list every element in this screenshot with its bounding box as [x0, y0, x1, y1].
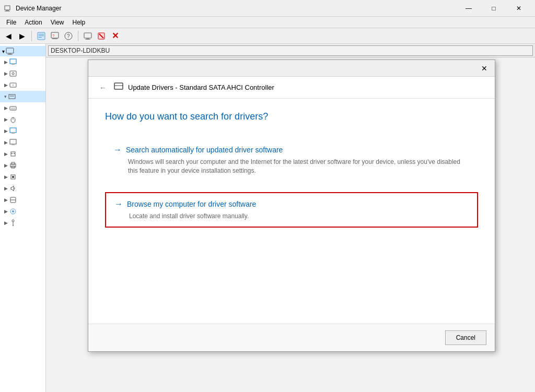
svg-rect-8 [52, 38, 57, 39]
svg-point-39 [14, 153, 15, 154]
tree-item-system[interactable]: ▶ [0, 206, 45, 217]
option-auto-description: Windows will search your computer and th… [128, 158, 470, 175]
option-auto-arrow: → [113, 145, 122, 155]
dialog-titlebar: ✕ [88, 60, 495, 77]
menu-bar: File Action View Help [0, 17, 535, 28]
maximize-button[interactable]: □ [482, 1, 506, 16]
option-auto-search[interactable]: → Search automatically for updated drive… [105, 139, 478, 182]
forward-button[interactable]: ▶ [16, 30, 28, 42]
svg-marker-45 [11, 186, 14, 191]
tree-item-printer[interactable]: ▶ [0, 160, 45, 171]
svg-rect-53 [114, 83, 123, 89]
tree-item-display[interactable]: ▶ [0, 56, 45, 68]
update-button[interactable]: ? [49, 30, 61, 42]
modal-overlay: ✕ ← Update Drivers - Standard SATA AHCI … [46, 44, 535, 392]
option-browse-arrow: → [114, 199, 123, 209]
toolbar-separator-1 [31, 31, 32, 41]
disk-icon [9, 69, 17, 78]
display-icon [9, 58, 17, 66]
menu-action[interactable]: Action [20, 18, 46, 27]
device-tree: ▾ ▶ ▶ ▶ ▾ [0, 44, 46, 392]
svg-text:?: ? [52, 33, 55, 38]
ide-icon [8, 92, 16, 101]
dialog-back-button[interactable]: ← [97, 81, 109, 94]
expand-arrow: ▶ [4, 60, 8, 65]
tree-item-monitor[interactable]: ▶ [0, 125, 45, 137]
expand-arrow: ▶ [4, 174, 8, 180]
svg-rect-19 [7, 54, 13, 55]
network-icon [9, 138, 17, 147]
dialog-question: How do you want to search for drivers? [105, 111, 478, 122]
svg-rect-28 [10, 106, 16, 110]
keyboard-icon [9, 104, 17, 112]
tree-item-processor[interactable]: ▶ [0, 171, 45, 183]
svg-rect-37 [11, 152, 15, 156]
tree-item-network[interactable]: ▶ [0, 137, 45, 148]
mouse-icon [9, 115, 17, 124]
menu-view[interactable]: View [46, 18, 68, 27]
minimize-button[interactable]: — [457, 1, 481, 16]
uninstall-button[interactable] [95, 30, 108, 42]
expand-arrow: ▶ [4, 105, 8, 111]
expand-arrow: ▶ [4, 140, 8, 145]
title-bar: Device Manager — □ ✕ [0, 0, 535, 17]
svg-rect-1 [6, 10, 9, 11]
svg-point-38 [11, 153, 13, 154]
toolbar: ◀ ▶ ? ? ✕ [0, 28, 535, 44]
svg-rect-34 [11, 133, 15, 134]
svg-rect-0 [5, 6, 10, 10]
tree-item-keyboard[interactable]: ▶ [0, 102, 45, 114]
processor-icon [9, 173, 17, 181]
dialog-header-title: Update Drivers - Standard SATA AHCI Cont… [128, 84, 274, 91]
main-area: ▾ ▶ ▶ ▶ ▾ [0, 44, 535, 392]
storage-icon [9, 196, 17, 204]
window-title: Device Manager [16, 5, 457, 12]
svg-rect-22 [10, 71, 16, 76]
option-browse-description: Locate and install driver software manua… [129, 212, 469, 221]
tree-item-ide[interactable]: ▾ [0, 91, 45, 102]
tree-item-usb[interactable]: ▶ [0, 217, 45, 229]
cancel-button[interactable]: Cancel [445, 330, 486, 345]
svg-rect-21 [11, 64, 15, 65]
expand-arrow: ▶ [4, 71, 8, 76]
remove-button[interactable]: ✕ [109, 30, 121, 42]
dialog-header-icon [113, 81, 124, 94]
window-controls: — □ ✕ [457, 1, 531, 16]
option-browse[interactable]: → Browse my computer for driver software… [105, 192, 478, 228]
expand-arrow: ▶ [4, 197, 8, 203]
dvd-icon [9, 81, 17, 89]
svg-rect-33 [10, 128, 16, 133]
dialog-close-button[interactable]: ✕ [478, 62, 491, 75]
expand-arrow: ▶ [4, 117, 8, 122]
svg-rect-18 [8, 53, 11, 54]
tree-item-ports[interactable]: ▶ [0, 148, 45, 160]
expand-arrow: ▶ [4, 209, 8, 214]
option-auto-title: Search automatically for updated driver … [126, 146, 283, 154]
tree-item-dvd[interactable]: ▶ [0, 79, 45, 91]
ports-icon [9, 150, 17, 158]
tree-item-mouse[interactable]: ▶ [0, 114, 45, 125]
sound-icon [9, 184, 17, 193]
expand-arrow: ▶ [4, 128, 8, 134]
svg-point-52 [13, 225, 14, 226]
close-button[interactable]: ✕ [507, 1, 531, 16]
dialog-header-nav: ← Update Drivers - Standard SATA AHCI Co… [88, 77, 495, 99]
tree-item-storage[interactable]: ▶ [0, 194, 45, 206]
menu-help[interactable]: Help [68, 18, 90, 27]
menu-file[interactable]: File [2, 18, 20, 27]
expand-arrow: ▶ [4, 82, 8, 88]
dialog-content: How do you want to search for drivers? →… [88, 99, 495, 324]
back-button[interactable]: ◀ [2, 30, 15, 42]
svg-rect-5 [39, 35, 44, 36]
svg-rect-14 [85, 39, 90, 40]
svg-point-49 [12, 210, 14, 212]
properties-button[interactable] [35, 30, 48, 42]
tree-item-disk[interactable]: ▶ [0, 68, 45, 79]
help-button[interactable]: ? [62, 30, 75, 42]
right-content: ✕ ← Update Drivers - Standard SATA AHCI … [46, 44, 535, 392]
computer-button[interactable] [82, 30, 94, 42]
tree-item-sound[interactable]: ▶ [0, 183, 45, 194]
option-browse-title: Browse my computer for driver software [127, 200, 256, 208]
tree-root[interactable]: ▾ [0, 46, 45, 56]
svg-point-25 [13, 85, 14, 86]
